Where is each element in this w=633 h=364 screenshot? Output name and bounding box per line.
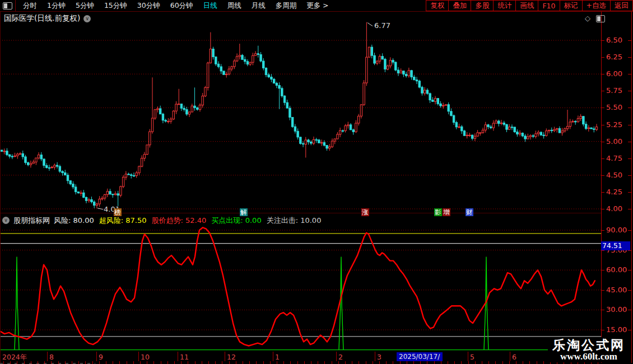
minor-tick	[434, 361, 435, 364]
minor-tick	[153, 361, 154, 364]
menu-item-月线[interactable]: 月线	[246, 1, 271, 11]
minor-tick	[345, 361, 346, 364]
minor-tick	[373, 361, 373, 364]
minor-tick	[256, 361, 257, 364]
trading-app-window: 分时1分钟5分钟15分钟30分钟60分钟日线周线月线多周期更多 > 复权叠加多股…	[0, 0, 633, 364]
month-separator	[375, 352, 375, 361]
menu-item-日线[interactable]: 日线	[198, 1, 222, 11]
minor-tick	[468, 361, 469, 364]
minor-tick	[243, 361, 243, 364]
candlestick-chart[interactable]: 6.774.01	[0, 11, 601, 213]
toolbar-buttons: 复权叠加多股统计画线F10标记+自选返回	[426, 0, 633, 11]
window-border-left	[0, 11, 1, 363]
minor-tick	[448, 361, 448, 364]
minor-tick	[270, 361, 271, 364]
minor-tick	[523, 361, 523, 364]
minor-tick	[461, 361, 462, 364]
minor-tick	[38, 361, 38, 364]
minor-tick	[290, 361, 291, 364]
minor-tick	[249, 361, 250, 364]
event-badge-涨: 涨	[361, 208, 369, 216]
time-label-8: 8	[49, 353, 54, 361]
indicator-header: ∨ 股朋指标网 风险: 80.00超风险: 87.50股价趋势: 52.40买点…	[2, 216, 321, 225]
month-separator	[138, 352, 139, 361]
price-tick-label: 5.25	[606, 121, 631, 129]
watermark: 乐淘公式网 www.60lt.com	[548, 337, 625, 362]
svg-text:6.77: 6.77	[374, 21, 390, 30]
menu-item-1分钟[interactable]: 1分钟	[42, 1, 71, 11]
period-menu: 分时1分钟5分钟15分钟30分钟60分钟日线周线月线多周期更多 >	[18, 1, 334, 11]
menu-item-30分钟[interactable]: 30分钟	[132, 1, 165, 11]
toolbar-button-标记[interactable]: 标记	[560, 0, 583, 11]
minor-tick	[297, 361, 298, 364]
price-tick-label: 6.00	[606, 70, 631, 78]
toolbar-button-统计[interactable]: 统计	[493, 0, 516, 11]
minor-tick	[236, 361, 236, 364]
minor-tick	[324, 361, 325, 364]
month-separator	[336, 352, 337, 361]
menu-item-60分钟[interactable]: 60分钟	[165, 1, 198, 11]
event-badge-影: 影	[434, 208, 442, 216]
price-tick-label: 4.00	[606, 205, 631, 213]
time-label-2: 2	[338, 353, 343, 361]
price-tick-label: 6.50	[606, 36, 631, 44]
collapse-icon[interactable]: ∨	[2, 217, 10, 224]
indicator-tick-label: 45.00	[606, 286, 631, 294]
minor-tick	[195, 361, 196, 364]
menu-item-15分钟[interactable]: 15分钟	[99, 1, 132, 11]
toolbar-button-画线[interactable]: 画线	[515, 0, 538, 11]
menu-divider	[15, 0, 16, 11]
minor-tick	[181, 361, 181, 364]
window-layout-icon[interactable]	[3, 2, 12, 10]
minor-tick	[304, 361, 305, 364]
minor-tick	[454, 361, 455, 364]
time-label-3: 3	[377, 353, 381, 361]
menu-item-5分钟[interactable]: 5分钟	[71, 1, 99, 11]
menu-item-更多 >[interactable]: 更多 >	[301, 1, 333, 11]
indicator-field-风险: 风险: 80.00	[54, 216, 94, 226]
time-label-10: 10	[141, 353, 150, 361]
toolbar-button-复权[interactable]: 复权	[426, 0, 449, 11]
month-separator	[273, 352, 273, 361]
minor-tick	[167, 361, 168, 364]
minor-tick	[140, 361, 141, 364]
minor-tick	[488, 361, 489, 364]
minor-tick	[65, 361, 66, 364]
minor-tick	[537, 361, 537, 364]
month-separator	[178, 352, 178, 361]
minor-tick	[338, 361, 339, 364]
indicator-field-超风险: 超风险: 87.50	[99, 216, 147, 226]
month-separator	[225, 352, 225, 361]
minor-tick	[413, 361, 414, 364]
watermark-site-name: 乐淘公式网	[552, 338, 625, 352]
toolbar-button-多股[interactable]: 多股	[471, 0, 494, 11]
diamond-icon[interactable]: ◇	[585, 14, 590, 22]
indicator-chart[interactable]	[0, 226, 601, 352]
chevron-down-icon[interactable]: ∨	[83, 15, 91, 22]
toolbar-button-返回[interactable]: 返回	[610, 0, 633, 11]
minor-tick	[85, 361, 86, 364]
minor-tick	[366, 361, 366, 364]
toolbar-button-F10[interactable]: F10	[538, 0, 560, 11]
minor-tick	[58, 361, 59, 364]
minor-tick	[482, 361, 482, 364]
minor-tick	[99, 361, 100, 364]
toolbar-button-+自选[interactable]: +自选	[582, 0, 611, 11]
minor-tick	[127, 361, 127, 364]
toolbar-button-叠加[interactable]: 叠加	[448, 0, 471, 11]
current-value-badge: 74.51	[601, 241, 630, 250]
price-tick-label: 6.25	[606, 53, 631, 61]
minor-tick	[379, 361, 380, 364]
menu-item-分时[interactable]: 分时	[18, 1, 42, 11]
event-badge-增: 增	[443, 208, 450, 216]
price-tick-label: 4.25	[606, 188, 631, 196]
minor-tick	[229, 361, 230, 364]
menu-item-多周期[interactable]: 多周期	[271, 1, 302, 11]
split-window-icon[interactable]	[596, 15, 605, 22]
menu-item-周线[interactable]: 周线	[222, 1, 246, 11]
minor-tick	[318, 361, 318, 364]
minor-tick	[147, 361, 147, 364]
minor-tick	[332, 361, 332, 364]
minor-tick	[475, 361, 476, 364]
minor-tick	[119, 361, 120, 364]
